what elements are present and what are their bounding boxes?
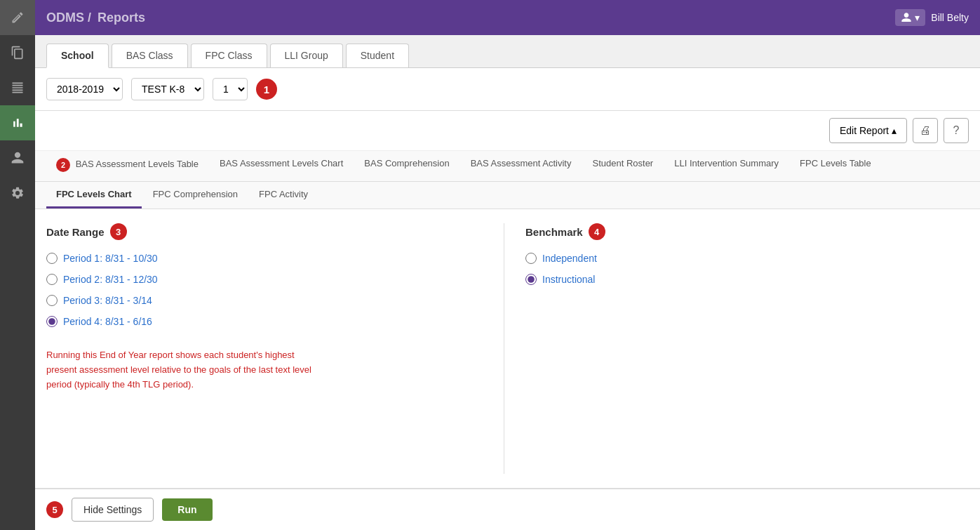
caret-down-icon: ▾ — [915, 12, 920, 23]
period-select[interactable]: 1 2 3 4 — [213, 78, 248, 100]
info-text: Running this End of Year report shows ea… — [46, 348, 313, 392]
step-5-badge: 5 — [46, 501, 63, 518]
date-range-title: Date Range 3 — [46, 223, 490, 240]
sub-tabs-bar-2: FPC Levels Chart FPC Comprehension FPC A… — [35, 182, 980, 209]
sidebar-icon-chart[interactable] — [0, 105, 35, 140]
sidebar-icon-edit[interactable] — [0, 0, 35, 35]
navbar-right: ▾ Bill Belty — [895, 9, 969, 26]
tab-lli-group[interactable]: LLI Group — [270, 44, 343, 67]
print-button[interactable]: 🖨 — [913, 118, 938, 143]
user-name: Bill Belty — [931, 12, 969, 23]
tab-bas-class[interactable]: BAS Class — [112, 44, 188, 67]
sub-tabs-bar: 2 BAS Assessment Levels Table BAS Assess… — [35, 151, 980, 182]
sub-tab-fpc-levels-table[interactable]: FPC Levels Table — [790, 151, 881, 181]
content-area: School BAS Class FPC Class LLI Group Stu… — [35, 35, 980, 530]
step-2-badge: 2 — [56, 158, 70, 172]
run-button[interactable]: Run — [162, 498, 212, 521]
edit-report-label: Edit Report — [840, 125, 889, 136]
sub-tab-bas-levels-table[interactable]: 2 BAS Assessment Levels Table — [46, 151, 208, 181]
sidebar-icon-copy[interactable] — [0, 35, 35, 70]
school-select[interactable]: TEST K-8 — [131, 78, 204, 100]
bottom-bar: 5 Hide Settings Run — [35, 489, 980, 530]
sub-tab-bas-activity[interactable]: BAS Assessment Activity — [461, 151, 582, 181]
sub-tab-student-roster[interactable]: Student Roster — [582, 151, 663, 181]
period-2-option[interactable]: Period 2: 8/31 - 12/30 — [46, 274, 490, 285]
print-icon: 🖨 — [920, 124, 931, 137]
period-4-option[interactable]: Period 4: 8/31 - 6/16 — [46, 316, 490, 327]
sub-tab-fpc-comprehension[interactable]: FPC Comprehension — [143, 182, 248, 208]
sub-tab-fpc-activity[interactable]: FPC Activity — [249, 182, 318, 208]
period-1-option[interactable]: Period 1: 8/31 - 10/30 — [46, 253, 490, 264]
help-button[interactable]: ? — [944, 118, 969, 143]
tab-fpc-class[interactable]: FPC Class — [191, 44, 267, 67]
filter-row: 2018-2019 2017-2018 2016-2017 TEST K-8 1… — [35, 68, 980, 111]
instructional-option[interactable]: Instructional — [525, 274, 969, 285]
independent-option[interactable]: Independent — [525, 253, 969, 264]
benchmark-section: Benchmark 4 Independent Instructional — [504, 223, 969, 474]
sub-tab-bas-comprehension[interactable]: BAS Comprehension — [354, 151, 459, 181]
year-select[interactable]: 2018-2019 2017-2018 2016-2017 — [46, 78, 123, 100]
benchmark-title: Benchmark 4 — [525, 223, 969, 240]
caret-up-icon: ▴ — [892, 125, 897, 136]
edit-report-button[interactable]: Edit Report ▴ — [829, 118, 907, 143]
sub-tab-fpc-levels-chart[interactable]: FPC Levels Chart — [46, 182, 142, 208]
sub-tab-lli-intervention[interactable]: LLI Intervention Summary — [664, 151, 788, 181]
main-tabs-bar: School BAS Class FPC Class LLI Group Stu… — [35, 35, 980, 68]
brand-prefix: ODMS / — [46, 11, 91, 25]
step-4-badge: 4 — [589, 223, 605, 240]
sidebar-icon-table[interactable] — [0, 70, 35, 105]
report-section: Edit Report ▴ 🖨 ? 2 BAS Assessment Level… — [35, 111, 980, 530]
hide-settings-button[interactable]: Hide Settings — [72, 498, 154, 522]
brand-title: Reports — [98, 11, 145, 25]
sidebar-icon-person[interactable] — [0, 140, 35, 175]
help-icon: ? — [953, 124, 960, 137]
tab-student[interactable]: Student — [346, 44, 409, 67]
report-toolbar: Edit Report ▴ 🖨 ? — [35, 111, 980, 151]
settings-panel: Date Range 3 Period 1: 8/31 - 10/30 Peri… — [35, 209, 980, 489]
sidebar-icon-settings[interactable] — [0, 175, 35, 211]
sub-tab-bas-levels-chart[interactable]: BAS Assessment Levels Chart — [210, 151, 353, 181]
sidebar — [0, 0, 35, 530]
date-range-section: Date Range 3 Period 1: 8/31 - 10/30 Peri… — [46, 223, 504, 474]
user-menu-button[interactable]: ▾ — [895, 9, 925, 26]
step-3-badge: 3 — [110, 223, 127, 240]
navbar: ODMS / Reports ▾ Bill Belty — [35, 0, 980, 35]
navbar-brand: ODMS / Reports — [46, 11, 148, 25]
tab-school[interactable]: School — [46, 44, 109, 68]
period-3-option[interactable]: Period 3: 8/31 - 3/14 — [46, 295, 490, 306]
main-content: ODMS / Reports ▾ Bill Belty School BAS C… — [35, 0, 980, 530]
step-1-badge: 1 — [256, 79, 277, 100]
